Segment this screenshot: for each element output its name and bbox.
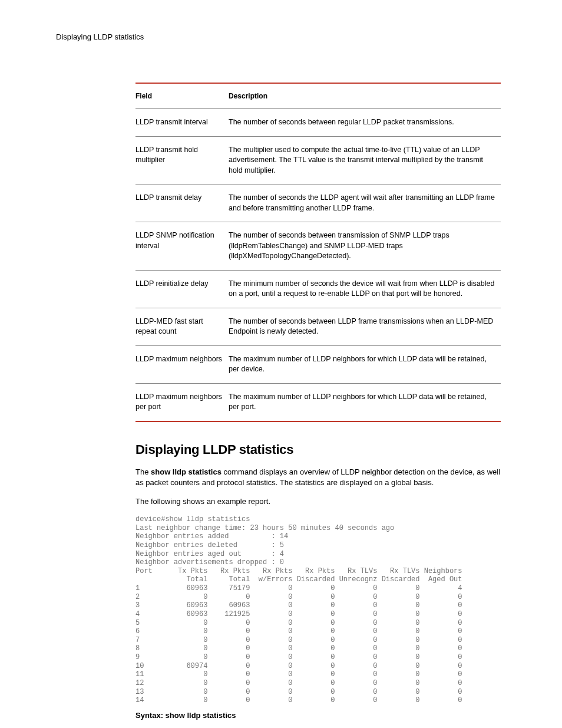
cell-desc: The number of seconds between regular LL… [229,109,501,137]
cell-desc: The number of seconds between transmissi… [229,222,501,271]
cell-field: LLDP maximum neighbors per port [135,383,229,421]
syntax-line: Syntax: show lldp statistics [135,711,521,720]
table-row: LLDP transmit hold multiplier The multip… [135,136,501,185]
table-head-field: Field [135,83,229,109]
cell-desc: The multiplier used to compute the actua… [229,136,501,185]
table-row: LLDP-MED fast start repeat count The num… [135,308,501,345]
cell-field: LLDP SNMP notification interval [135,222,229,271]
para1-cmd: show lldp statistics [151,467,222,476]
table-row: LLDP maximum neighbors The maximum numbe… [135,345,501,383]
table-row: LLDP SNMP notification interval The numb… [135,222,501,271]
table-row: LLDP maximum neighbors per port The maxi… [135,383,501,421]
section-para-2: The following shows an example report. [135,496,501,507]
cell-desc: The minimum number of seconds the device… [229,270,501,308]
cell-field: LLDP transmit delay [135,185,229,222]
table-row: LLDP transmit interval The number of sec… [135,109,501,137]
code-block: device#show lldp statistics Last neighbo… [135,515,521,705]
section-heading: Displaying LLDP statistics [135,442,521,457]
cell-desc: The maximum number of LLDP neighbors for… [229,383,501,421]
cell-field: LLDP transmit interval [135,109,229,137]
table-head-desc: Description [229,83,501,109]
section-para-1: The show lldp statistics command display… [135,467,501,488]
para1-pre: The [135,467,151,476]
cell-field: LLDP-MED fast start repeat count [135,308,229,345]
field-description-table: Field Description LLDP transmit interval… [135,83,501,422]
cell-field: LLDP transmit hold multiplier [135,136,229,185]
cell-field: LLDP maximum neighbors [135,345,229,383]
table-row: LLDP reinitialize delay The minimum numb… [135,270,501,308]
table-row: LLDP transmit delay The number of second… [135,185,501,222]
cell-field: LLDP reinitialize delay [135,270,229,308]
cell-desc: The number of seconds the LLDP agent wil… [229,185,501,222]
cell-desc: The maximum number of LLDP neighbors for… [229,345,501,383]
cell-desc: The number of seconds between LLDP frame… [229,308,501,345]
page-header-title: Displaying LLDP statistics [56,32,521,41]
